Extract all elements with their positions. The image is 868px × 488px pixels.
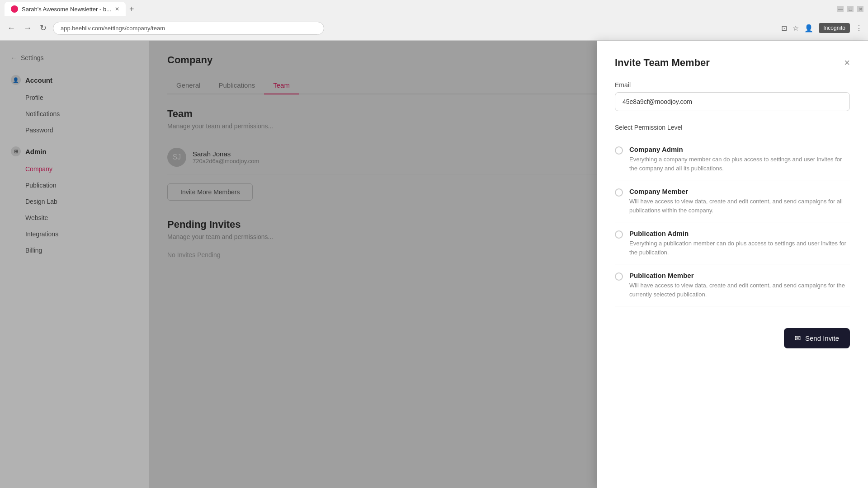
url-bar[interactable]: app.beehiiv.com/settings/company/team (53, 22, 324, 35)
forward-button[interactable]: → (22, 22, 33, 35)
publication-member-desc: Will have access to view data, create an… (629, 281, 850, 299)
company-admin-desc: Everything a company member can do plus … (629, 155, 850, 173)
company-member-title: Company Member (629, 188, 850, 195)
tab-favicon (11, 5, 18, 13)
email-input[interactable] (615, 92, 850, 111)
url-text: app.beehiiv.com/settings/company/team (61, 25, 165, 32)
address-bar: ← → ↻ app.beehiiv.com/settings/company/t… (0, 18, 868, 38)
company-member-desc: Will have access to view data, create an… (629, 197, 850, 215)
radio-company-admin[interactable] (615, 146, 623, 155)
radio-publication-member[interactable] (615, 272, 623, 281)
window-controls: — □ ✕ (837, 6, 863, 12)
permission-option-company-admin[interactable]: Company Admin Everything a company membe… (615, 138, 850, 180)
permission-publication-member-details: Publication Member Will have access to v… (629, 272, 850, 299)
permission-option-publication-member[interactable]: Publication Member Will have access to v… (615, 264, 850, 306)
minimize-button[interactable]: — (837, 6, 844, 12)
refresh-button[interactable]: ↻ (38, 21, 48, 35)
back-button[interactable]: ← (5, 22, 17, 35)
permission-publication-admin-details: Publication Admin Everything a publicati… (629, 230, 850, 257)
new-tab-button[interactable]: + (126, 3, 138, 16)
invite-team-member-modal: Invite Team Member × Email Select Permis… (597, 41, 868, 488)
company-admin-title: Company Admin (629, 145, 850, 153)
publication-member-title: Publication Member (629, 272, 850, 279)
browser-tab[interactable]: Sarah's Awesome Newsletter - b... ✕ (5, 2, 126, 16)
email-label: Email (615, 81, 850, 89)
permission-company-member-details: Company Member Will have access to view … (629, 188, 850, 215)
permission-company-admin-details: Company Admin Everything a company membe… (629, 145, 850, 173)
menu-icon[interactable]: ⋮ (855, 24, 863, 33)
bookmark-icon[interactable]: ☆ (793, 24, 799, 33)
modal-title: Invite Team Member (615, 57, 710, 69)
permission-option-publication-admin[interactable]: Publication Admin Everything a publicati… (615, 222, 850, 264)
cast-icon[interactable]: ⊡ (781, 24, 787, 33)
close-window-button[interactable]: ✕ (857, 6, 863, 12)
radio-publication-admin[interactable] (615, 230, 623, 239)
send-invite-button[interactable]: ✉ Send Invite (784, 328, 850, 348)
tab-title: Sarah's Awesome Newsletter - b... (22, 6, 111, 13)
browser-actions: ⊡ ☆ 👤 Incognito ⋮ (781, 23, 863, 33)
send-invite-label: Send Invite (805, 334, 839, 342)
profile-icon[interactable]: 👤 (804, 24, 813, 33)
publication-admin-title: Publication Admin (629, 230, 850, 237)
permission-option-company-member[interactable]: Company Member Will have access to view … (615, 180, 850, 222)
email-send-icon: ✉ (795, 334, 801, 343)
modal-close-button[interactable]: × (844, 57, 850, 69)
browser-chrome: Sarah's Awesome Newsletter - b... ✕ + — … (0, 0, 868, 41)
incognito-button[interactable]: Incognito (819, 23, 850, 33)
permission-level-label: Select Permission Level (615, 124, 850, 131)
publication-admin-desc: Everything a publication member can do p… (629, 239, 850, 257)
modal-header: Invite Team Member × (615, 57, 850, 69)
radio-company-member[interactable] (615, 188, 623, 197)
tab-close-icon[interactable]: ✕ (115, 6, 119, 12)
maximize-button[interactable]: □ (847, 6, 854, 12)
modal-footer: ✉ Send Invite (615, 321, 850, 348)
